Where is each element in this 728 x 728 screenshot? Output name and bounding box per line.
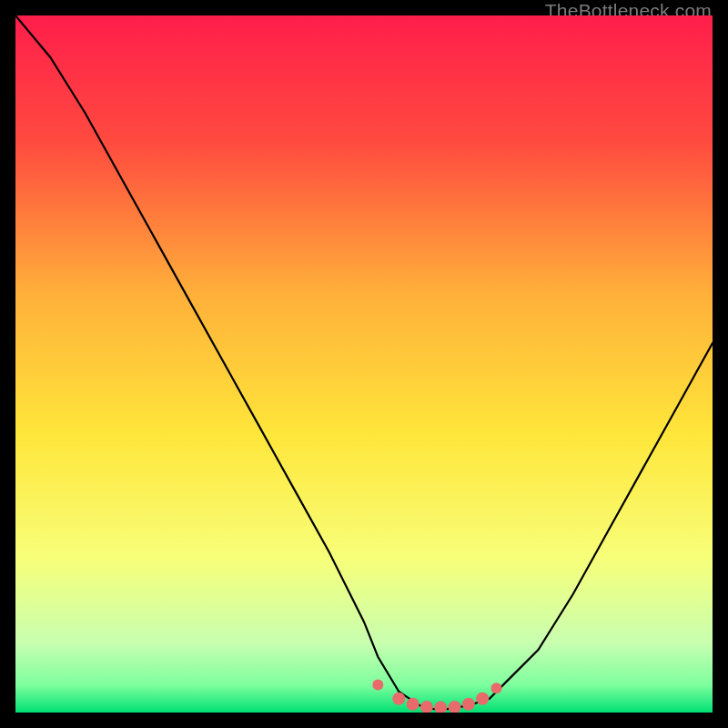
optimal-dot xyxy=(407,698,420,711)
optimal-dot xyxy=(491,682,502,693)
chart-frame xyxy=(15,15,713,713)
bottleneck-chart xyxy=(15,15,713,713)
optimal-dot xyxy=(462,698,475,711)
optimal-dot xyxy=(392,693,405,705)
optimal-dot xyxy=(476,693,489,705)
optimal-dot xyxy=(372,679,383,690)
chart-background xyxy=(15,15,713,713)
